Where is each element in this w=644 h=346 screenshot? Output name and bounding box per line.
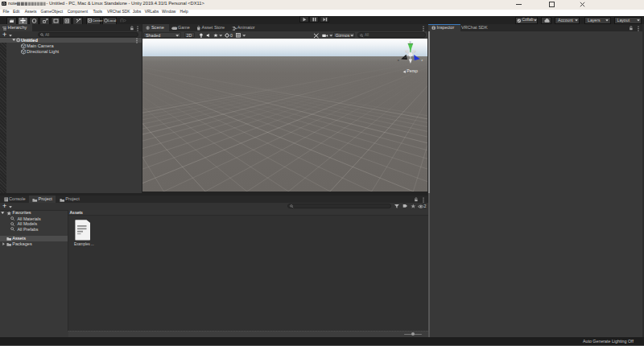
svg-text:y: y xyxy=(410,39,412,43)
svg-text:z: z xyxy=(421,58,423,62)
svg-text:x: x xyxy=(398,58,400,62)
